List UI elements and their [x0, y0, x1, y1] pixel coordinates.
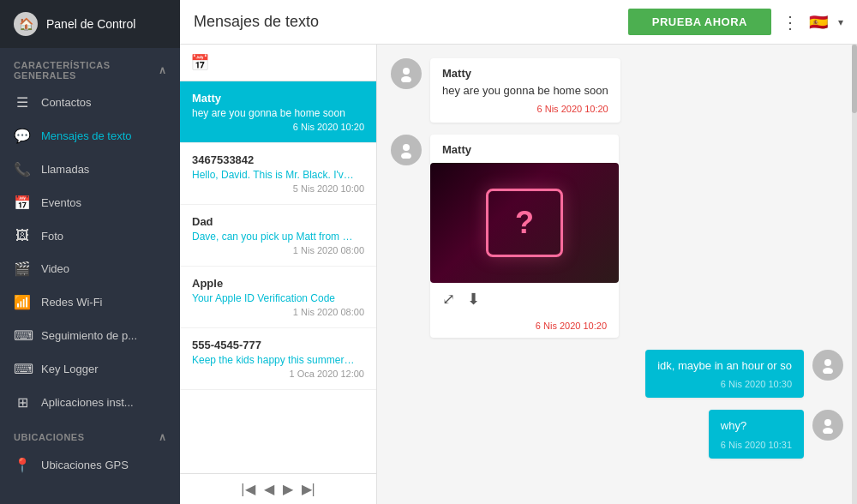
sidebar-item-redes[interactable]: 📶 Redes Wi-Fi — [0, 285, 180, 319]
calendar-icon: 📅 — [14, 195, 31, 211]
msg-item-time: 1 Oca 2020 12:00 — [192, 369, 364, 379]
chat-text: hey are you gonna be home soon — [442, 83, 608, 99]
page-title: Mensajes de texto — [194, 13, 618, 31]
avatar — [812, 350, 843, 381]
avatar — [391, 58, 422, 89]
message-list-scroll[interactable]: Matty hey are you gonna be home soon 6 N… — [180, 81, 376, 473]
wifi-icon: 📶 — [14, 294, 31, 310]
svg-point-3 — [401, 153, 411, 159]
list-item[interactable]: Apple Your Apple ID Verification Code 1 … — [180, 267, 376, 328]
top-bar: Mensajes de texto PRUEBA AHORA ⋮ 🇪🇸 ▾ — [180, 0, 857, 45]
main-content: Mensajes de texto PRUEBA AHORA ⋮ 🇪🇸 ▾ 📅 … — [180, 0, 857, 504]
svg-point-6 — [824, 419, 831, 426]
body-area: 📅 Matty hey are you gonna be home soon 6… — [180, 45, 857, 504]
menu-dots-icon[interactable]: ⋮ — [782, 12, 799, 33]
svg-point-4 — [824, 359, 831, 366]
svg-point-5 — [823, 368, 833, 374]
chat-time: 6 Nis 2020 10:20 — [430, 321, 619, 338]
svg-point-7 — [823, 428, 833, 434]
photo-icon: 🖼 — [14, 228, 31, 243]
sidebar-item-apps[interactable]: ⊞ Aplicaciones inst... — [0, 386, 180, 419]
chevron-up-icon[interactable]: ∧ — [159, 64, 167, 76]
chat-icon: 💬 — [14, 128, 31, 144]
download-icon[interactable]: ⬇ — [467, 290, 480, 309]
list-item[interactable]: Matty hey are you gonna be home soon 6 N… — [180, 81, 376, 143]
sidebar-item-mensajes[interactable]: 💬 Mensajes de texto — [0, 119, 180, 153]
avatar — [391, 135, 422, 165]
pagination-last[interactable]: ▶| — [302, 481, 315, 497]
scrollbar-track[interactable] — [852, 45, 857, 504]
chat-bubble-image: Matty ? ⤢ ⬇ 6 Nis 2020 10:20 — [430, 135, 619, 338]
msg-item-preview: Your Apple ID Verification Code — [192, 292, 355, 304]
avatar — [812, 410, 843, 441]
sidebar-item-keylogger[interactable]: ⌨ Key Logger — [0, 352, 180, 386]
chat-message-row-sent: idk, maybe in an hour or so 6 Nis 2020 1… — [391, 350, 843, 398]
msg-item-name: Matty — [192, 92, 364, 105]
chat-time: 6 Nis 2020 10:20 — [442, 104, 608, 114]
sidebar-item-llamadas[interactable]: 📞 Llamadas — [0, 153, 180, 186]
pagination-prev[interactable]: ◀ — [264, 481, 274, 497]
chat-message-row: Matty hey are you gonna be home soon 6 N… — [391, 58, 843, 123]
sidebar-header[interactable]: 🏠 Panel de Control — [0, 0, 180, 48]
language-chevron-icon[interactable]: ▾ — [838, 16, 843, 28]
home-icon: 🏠 — [14, 12, 38, 36]
trial-button[interactable]: PRUEBA AHORA — [628, 9, 771, 35]
msg-item-preview: Hello, David. This is Mr. Black. I've no… — [192, 169, 355, 181]
chat-image: ? — [430, 163, 619, 283]
msg-item-preview: hey are you gonna be home soon — [192, 107, 355, 119]
chat-bubble-sent: idk, maybe in an hour or so 6 Nis 2020 1… — [645, 350, 804, 398]
flag-icon[interactable]: 🇪🇸 — [809, 13, 828, 32]
sidebar-item-contactos[interactable]: ☰ Contactos — [0, 86, 180, 119]
svg-point-2 — [403, 144, 410, 151]
chat-bubble-wrap: Matty ? ⤢ ⬇ 6 Nis 2020 10:20 — [430, 135, 619, 338]
apps-icon: ⊞ — [14, 394, 31, 411]
sidebar-item-gps[interactable]: 📍 Ubicaciones GPS — [0, 448, 180, 482]
image-actions: ⤢ ⬇ — [430, 283, 619, 315]
chevron-up-icon-2[interactable]: ∧ — [159, 431, 167, 443]
chat-text: why? — [721, 418, 792, 434]
message-list-toolbar: 📅 — [180, 45, 376, 81]
chat-message-row-sent: why? 6 Nis 2020 10:31 — [391, 410, 843, 458]
sidebar-item-seguimiento[interactable]: ⌨ Seguimiento de p... — [0, 319, 180, 352]
question-mark: ? — [486, 189, 563, 257]
msg-item-name: 3467533842 — [192, 153, 364, 166]
list-item[interactable]: 3467533842 Hello, David. This is Mr. Bla… — [180, 143, 376, 205]
msg-item-time: 1 Nis 2020 08:00 — [192, 307, 364, 317]
phone-icon: 📞 — [14, 161, 31, 177]
chat-bubble-wrap: why? 6 Nis 2020 10:31 — [709, 410, 804, 458]
svg-point-0 — [403, 68, 410, 75]
chat-message-row: Matty ? ⤢ ⬇ 6 Nis 2020 10:20 — [391, 135, 843, 338]
chat-bubble-sent: why? 6 Nis 2020 10:31 — [709, 410, 804, 458]
msg-item-name: Apple — [192, 277, 364, 290]
keylogger-icon: ⌨ — [14, 361, 31, 377]
pagination: |◀ ◀ ▶ ▶| — [180, 473, 376, 504]
section-ubicaciones: UBICACIONES ∧ — [0, 419, 180, 448]
chat-scroll[interactable]: Matty hey are you gonna be home soon 6 N… — [377, 45, 857, 504]
list-item[interactable]: 555-4545-777 Keep the kids happy this su… — [180, 328, 376, 390]
msg-item-time: 6 Nis 2020 10:20 — [192, 122, 364, 132]
list-icon: ☰ — [14, 94, 31, 111]
chat-bubble: Matty hey are you gonna be home soon 6 N… — [430, 58, 620, 123]
list-item[interactable]: Dad Dave, can you pick up Matt from scho… — [180, 205, 376, 267]
sidebar-title: Panel de Control — [46, 17, 135, 31]
pagination-next[interactable]: ▶ — [283, 481, 293, 497]
pagination-first[interactable]: |◀ — [241, 481, 255, 497]
sidebar-item-eventos[interactable]: 📅 Eventos — [0, 186, 180, 219]
chat-panel: Matty hey are you gonna be home soon 6 N… — [377, 45, 857, 504]
sidebar-item-foto[interactable]: 🖼 Foto — [0, 219, 180, 252]
chat-time: 6 Nis 2020 10:30 — [657, 379, 792, 389]
msg-item-preview: Dave, can you pick up Matt from schoo... — [192, 231, 355, 243]
chat-text: idk, maybe in an hour or so — [657, 358, 792, 374]
expand-icon[interactable]: ⤢ — [442, 290, 455, 309]
scrollbar-thumb[interactable] — [852, 45, 857, 113]
message-list-panel: 📅 Matty hey are you gonna be home soon 6… — [180, 45, 377, 504]
chat-sender: Matty — [430, 135, 619, 159]
location-icon: 📍 — [14, 457, 31, 473]
msg-item-preview: Keep the kids happy this summer with ... — [192, 354, 355, 366]
sidebar-item-video[interactable]: 🎬 Video — [0, 252, 180, 285]
msg-item-time: 1 Nis 2020 08:00 — [192, 245, 364, 255]
sidebar: 🏠 Panel de Control CARACTERÍSTICAS GENER… — [0, 0, 180, 504]
calendar-filter-icon[interactable]: 📅 — [190, 53, 209, 72]
msg-item-time: 5 Nis 2020 10:00 — [192, 183, 364, 194]
chat-bubble-wrap: Matty hey are you gonna be home soon 6 N… — [430, 58, 620, 123]
